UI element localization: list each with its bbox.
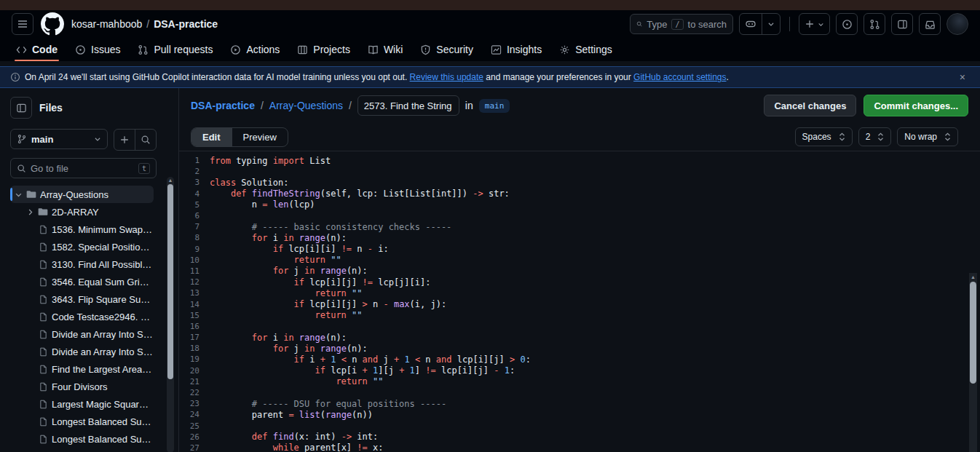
- breadcrumb-folder-link[interactable]: Array-Questions: [269, 100, 343, 111]
- notifications-button[interactable]: [919, 13, 941, 35]
- tree-item-file[interactable]: Max Dot Product of Two Subse...: [10, 448, 154, 452]
- editor-scrollbar-thumb[interactable]: [970, 282, 976, 384]
- code-line[interactable]: 7 # ----- basic consistency checks -----: [179, 221, 980, 232]
- your-pull-requests-button[interactable]: [864, 13, 885, 35]
- code-line[interactable]: 24 parent = list(range(n)): [179, 409, 980, 420]
- account-settings-link[interactable]: GitHub account settings: [633, 72, 726, 82]
- tree-item-folder[interactable]: 2D-ARRAY: [10, 203, 154, 221]
- code-line[interactable]: 23 # ----- DSU for equal positions -----: [179, 398, 980, 409]
- wrap-mode-select[interactable]: No wrap: [897, 127, 958, 146]
- cancel-changes-button[interactable]: Cancel changes: [764, 95, 856, 116]
- file-icon: [39, 382, 48, 392]
- code-line[interactable]: 21 return "": [179, 376, 980, 387]
- sidebar-scrollbar[interactable]: ▲: [167, 177, 174, 452]
- command-palette-button[interactable]: [891, 13, 913, 35]
- sidebar-scrollbar-thumb[interactable]: [167, 184, 173, 379]
- code-line[interactable]: 13 return "": [179, 288, 980, 298]
- code-line[interactable]: 14 if lcp[i][j] > n - max(i, j):: [179, 298, 980, 309]
- repo-name-link[interactable]: DSA-practice: [154, 18, 218, 30]
- copilot-dropdown-button[interactable]: [762, 14, 780, 34]
- code-line[interactable]: 27 while parent[x] != x:: [179, 443, 980, 452]
- tree-item-file[interactable]: Largest Magic Square.cpp: [10, 395, 154, 413]
- tree-item-folder[interactable]: Array-Questions: [10, 186, 154, 203]
- line-number: 27: [179, 443, 210, 452]
- global-search-input[interactable]: Type / to search: [630, 14, 733, 34]
- code-line[interactable]: 12 if lcp[i][j] != lcp[j][i]:: [179, 277, 980, 288]
- tree-item-file[interactable]: 1582. Special Positions in a Bin...: [10, 238, 154, 255]
- code-line[interactable]: 17 for i in range(n):: [179, 332, 980, 343]
- branch-selector[interactable]: main: [10, 129, 108, 149]
- code-line[interactable]: 22: [179, 387, 980, 398]
- hamburger-menu-button[interactable]: [12, 13, 33, 35]
- tree-item-file[interactable]: Divide an Array Into Subarrays ...: [10, 325, 154, 343]
- new-file-button[interactable]: [114, 130, 135, 150]
- go-to-file-input[interactable]: Go to file t: [10, 158, 157, 178]
- editor-scrollbar[interactable]: ▲: [969, 273, 977, 452]
- create-new-button[interactable]: [799, 13, 830, 35]
- code-line[interactable]: 6: [179, 210, 980, 221]
- tab-code[interactable]: Code: [9, 38, 65, 61]
- code-line[interactable]: 10 return "": [179, 255, 980, 266]
- tab-wiki[interactable]: Wiki: [360, 38, 410, 61]
- filename-input[interactable]: [357, 95, 459, 116]
- code-line[interactable]: 18 for j in range(n):: [179, 343, 980, 354]
- code-line[interactable]: 1from typing import List: [179, 155, 980, 166]
- tree-item-file[interactable]: Four Divisors: [10, 378, 154, 395]
- tree-item-file[interactable]: 3130. Find All Possible Stable Bi...: [10, 255, 154, 273]
- tree-item-file[interactable]: Code Testcase2946. Matrix Simi...: [10, 308, 154, 325]
- tree-item-file[interactable]: 3546. Equal Sum Grid Partition ...: [10, 273, 154, 290]
- code-line[interactable]: 25: [179, 421, 980, 432]
- tab-preview[interactable]: Preview: [232, 128, 288, 146]
- code-line[interactable]: 4 def findTheString(self, lcp: List[List…: [179, 189, 980, 199]
- breadcrumb-repo-link[interactable]: DSA-practice: [191, 100, 255, 111]
- code-editor[interactable]: 1from typing import List23class Solution…: [179, 151, 980, 452]
- tab-insights[interactable]: Insights: [483, 38, 549, 61]
- tree-item-file[interactable]: Divide an Array Into Subarrays ...: [10, 343, 154, 360]
- hamburger-icon: [17, 18, 28, 30]
- tree-item-file[interactable]: Longest Balanced Subarray II.ja...: [10, 430, 154, 448]
- code-icon: [16, 44, 27, 55]
- your-issues-button[interactable]: [836, 13, 858, 35]
- tab-edit[interactable]: Edit: [191, 128, 232, 146]
- branch-badge[interactable]: main: [479, 99, 510, 113]
- tree-item-file[interactable]: Longest Balanced Subarray I.java: [10, 413, 154, 430]
- github-logo[interactable]: [41, 12, 64, 36]
- tree-item-file[interactable]: 3643. Flip Square Submatrix Ve...: [10, 290, 154, 308]
- search-files-button[interactable]: [135, 130, 156, 150]
- code-line[interactable]: 19 if i + 1 < n and j + 1 < n and lcp[i]…: [179, 354, 980, 365]
- indent-mode-select[interactable]: Spaces: [795, 127, 853, 146]
- review-update-link[interactable]: Review this update: [410, 72, 483, 82]
- copilot-button[interactable]: [740, 14, 762, 34]
- code-line[interactable]: 20 if lcp[i + 1][j + 1] != lcp[i][j] - 1…: [179, 365, 980, 376]
- tab-security[interactable]: Security: [413, 38, 481, 61]
- code-line[interactable]: 3class Solution:: [179, 177, 980, 188]
- tree-item-file[interactable]: Find the Largest Area of Squar...: [10, 360, 154, 378]
- banner-close-button[interactable]: ×: [955, 70, 970, 84]
- code-line[interactable]: 26 def find(x: int) -> int:: [179, 432, 980, 443]
- tab-actions[interactable]: Actions: [223, 38, 287, 61]
- line-number: 18: [179, 344, 210, 353]
- code-line[interactable]: 9 if lcp[i][i] != n - i:: [179, 244, 980, 255]
- code-line[interactable]: 15 return "": [179, 310, 980, 321]
- collapse-sidebar-button[interactable]: [10, 97, 32, 119]
- plus-icon-wrap: [799, 14, 829, 34]
- line-number: 15: [179, 311, 210, 320]
- tab-issues[interactable]: Issues: [68, 38, 127, 61]
- scroll-up-arrow[interactable]: ▲: [167, 178, 174, 183]
- user-avatar[interactable]: [947, 13, 968, 35]
- code-line[interactable]: 2: [179, 166, 980, 177]
- tab-settings[interactable]: Settings: [552, 38, 620, 61]
- repo-owner-link[interactable]: kosar-mahboob: [71, 18, 142, 30]
- tab-pull-requests[interactable]: Pull requests: [130, 38, 220, 61]
- code-line[interactable]: 16: [179, 321, 980, 332]
- tree-item-file[interactable]: 1536. Minimum Swaps to Arran...: [10, 221, 154, 238]
- table-icon: [297, 44, 308, 55]
- code-line[interactable]: 5 n = len(lcp): [179, 199, 980, 210]
- code-line[interactable]: 8 for i in range(n):: [179, 232, 980, 243]
- tab-projects[interactable]: Projects: [290, 38, 357, 61]
- file-icon: [39, 435, 48, 444]
- code-line[interactable]: 11 for j in range(n):: [179, 266, 980, 277]
- scroll-up-arrow[interactable]: ▲: [969, 274, 977, 279]
- commit-changes-button[interactable]: Commit changes...: [864, 95, 968, 116]
- indent-size-select[interactable]: 2: [858, 127, 892, 146]
